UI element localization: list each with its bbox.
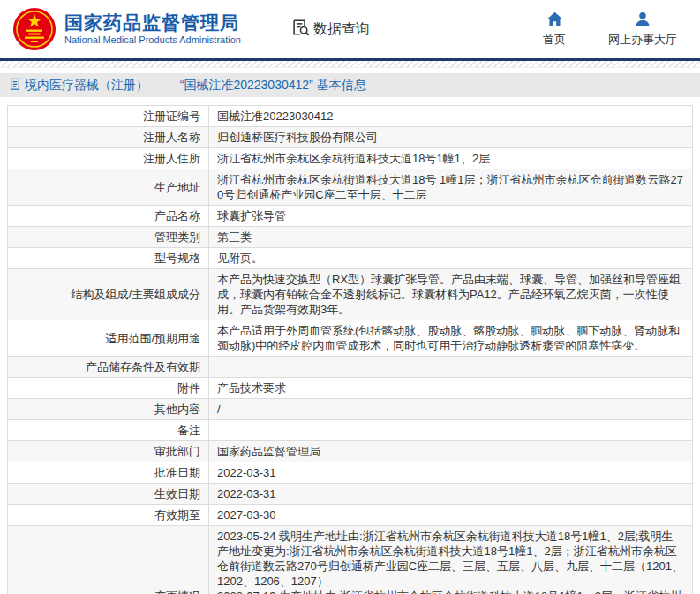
row-value: 浙江省杭州市余杭区余杭街道科技大道18号1幢1、2层 xyxy=(209,148,693,169)
top-nav: 首页 网上办事大厅 xyxy=(501,11,677,48)
table-row: 其他内容/ xyxy=(8,399,693,420)
row-label: 有效期至 xyxy=(8,505,209,526)
document-icon xyxy=(9,78,25,94)
row-label: 生效日期 xyxy=(8,484,209,505)
title-block: 国家药品监督管理局 National Medical Products Admi… xyxy=(64,12,241,46)
breadcrumb-text: 境内医疗器械（注册） —— “国械注准20223030412” 基本信息 xyxy=(25,78,366,94)
table-row: 批准日期2022-03-31 xyxy=(8,462,693,484)
row-label: 注册证编号 xyxy=(8,106,209,127)
row-value: 浙江省杭州市余杭区余杭街道科技大道18号 1幢1层；浙江省杭州市余杭区仓前街道数… xyxy=(209,169,693,206)
table-row: 型号规格见附页。 xyxy=(8,248,693,269)
national-emblem-icon xyxy=(12,7,56,51)
row-label: 产品名称 xyxy=(8,206,209,227)
table-row: 产品名称球囊扩张导管 xyxy=(8,206,693,227)
row-value: 本产品为快速交换型（RX型）球囊扩张导管。产品由末端、球囊、导管、加强丝和导管座… xyxy=(209,269,693,320)
table-row: 注册人名称归创通桥医疗科技股份有限公司 xyxy=(8,127,693,148)
site-logo[interactable]: 国家药品监督管理局 National Medical Products Admi… xyxy=(12,7,241,51)
row-label: 附件 xyxy=(8,378,209,399)
table-row: 结构及组成/主要组成成分本产品为快速交换型（RX型）球囊扩张导管。产品由末端、球… xyxy=(8,269,693,320)
row-value: 2022-03-31 xyxy=(209,484,693,505)
row-value: 球囊扩张导管 xyxy=(209,206,693,227)
row-value: 国械注准20223030412 xyxy=(209,106,693,127)
table-row: 注册人住所浙江省杭州市余杭区余杭街道科技大道18号1幢1、2层 xyxy=(8,148,693,169)
registration-info-table: 注册证编号国械注准20223030412注册人名称归创通桥医疗科技股份有限公司注… xyxy=(7,105,693,594)
site-subtitle: National Medical Products Administration xyxy=(64,34,241,46)
site-header: 国家药品监督管理局 National Medical Products Admi… xyxy=(0,0,700,58)
row-value: 产品技术要求 xyxy=(209,378,693,399)
table-row: 生产地址浙江省杭州市余杭区余杭街道科技大道18号 1幢1层；浙江省杭州市余杭区仓… xyxy=(8,169,693,206)
nav-item-home[interactable]: 首页 xyxy=(543,11,566,48)
table-row: 附件产品技术要求 xyxy=(8,378,693,399)
row-value: 见附页。 xyxy=(209,248,693,269)
row-label: 变更情况 xyxy=(8,526,209,594)
user-icon xyxy=(635,11,651,32)
row-value: 2023-05-24 载明生产地址由:浙江省杭州市余杭区余杭街道科技大道18号1… xyxy=(209,526,693,594)
row-label: 生产地址 xyxy=(8,169,209,206)
row-label: 结构及组成/主要组成成分 xyxy=(8,269,209,320)
row-value: 归创通桥医疗科技股份有限公司 xyxy=(209,127,693,148)
row-label: 注册人名称 xyxy=(8,127,209,148)
site-title: 国家药品监督管理局 xyxy=(64,12,241,34)
row-label: 备注 xyxy=(8,420,209,441)
header-hatch-band xyxy=(0,61,700,68)
row-value: 2022-03-31 xyxy=(209,462,693,484)
table-wrap: 注册证编号国械注准20223030412注册人名称归创通桥医疗科技股份有限公司注… xyxy=(0,97,700,594)
row-label: 产品储存条件及有效期 xyxy=(8,357,209,378)
row-label: 其他内容 xyxy=(8,399,209,420)
table-row: 审批部门国家药品监督管理局 xyxy=(8,441,693,462)
row-value: 本产品适用于外周血管系统(包括髂动脉、股动脉、髂股动脉、腘动脉、腘下动脉、肾动脉… xyxy=(209,320,693,357)
row-label: 注册人住所 xyxy=(8,148,209,169)
row-value: 第三类 xyxy=(209,227,693,248)
table-row: 备注 xyxy=(8,420,693,441)
table-row: 注册证编号国械注准20223030412 xyxy=(8,106,693,127)
row-label: 批准日期 xyxy=(8,462,209,484)
table-row: 产品储存条件及有效期 xyxy=(8,357,693,378)
home-icon xyxy=(546,11,563,32)
table-row: 变更情况2023-05-24 载明生产地址由:浙江省杭州市余杭区余杭街道科技大道… xyxy=(8,526,693,594)
row-label: 审批部门 xyxy=(8,441,209,462)
breadcrumb: 境内医疗器械（注册） —— “国械注准20223030412” 基本信息 xyxy=(0,73,700,97)
row-label: 适用范围/预期用途 xyxy=(8,320,209,357)
table-row: 适用范围/预期用途本产品适用于外周血管系统(包括髂动脉、股动脉、髂股动脉、腘动脉… xyxy=(8,320,693,357)
nav-item-service-hall[interactable]: 网上办事大厅 xyxy=(608,11,677,48)
nav-item-home-label: 首页 xyxy=(543,32,566,48)
nav-item-service-hall-label: 网上办事大厅 xyxy=(608,32,677,48)
row-label: 管理类别 xyxy=(8,227,209,248)
row-value xyxy=(209,357,693,378)
data-query-nav[interactable]: 数据查询 xyxy=(290,18,370,41)
row-value xyxy=(209,420,693,441)
table-row: 有效期至2027-03-30 xyxy=(8,505,693,526)
doc-search-icon xyxy=(290,18,313,41)
row-value: 国家药品监督管理局 xyxy=(209,441,693,462)
row-label: 型号规格 xyxy=(8,248,209,269)
row-value: 2027-03-30 xyxy=(209,505,693,526)
table-row: 生效日期2022-03-31 xyxy=(8,484,693,505)
row-value: / xyxy=(209,399,693,420)
data-query-label: 数据查询 xyxy=(313,20,370,39)
table-row: 管理类别第三类 xyxy=(8,227,693,248)
